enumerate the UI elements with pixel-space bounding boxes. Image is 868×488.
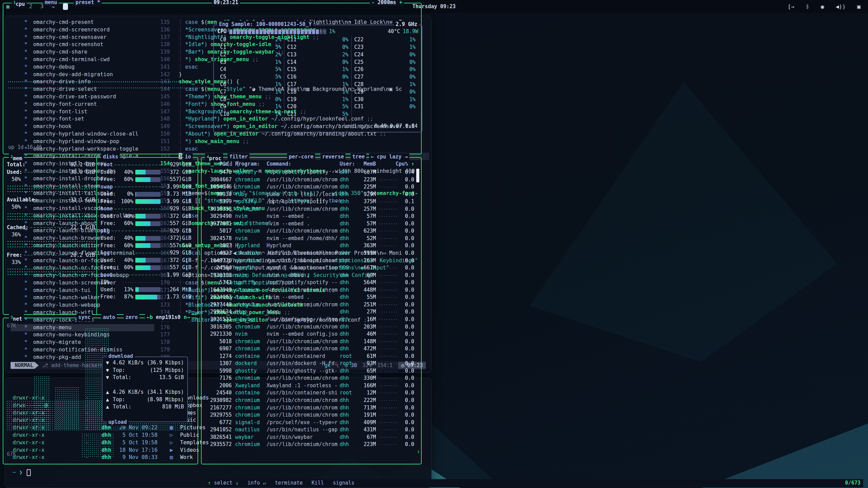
process-row[interactable]: 2924063nvimnvim --embed .dhh55M0.0 xyxy=(204,294,414,301)
proc-cpu: 0.0 xyxy=(400,183,414,191)
process-row[interactable]: 5399spotify/opt/spotify/spotify --dhh375… xyxy=(204,198,414,206)
process-row[interactable]: 2921330nvimnvim --embed config.jsodhh46M… xyxy=(204,331,414,338)
process-row[interactable]: 3004667chromium/usr/lib/chromium/chromdh… xyxy=(204,176,414,184)
proc-user: dhh xyxy=(340,213,357,220)
process-row[interactable]: 1307dockerd/usr/bin/dockerd -H fd:root93… xyxy=(204,360,414,367)
core-name: C16 xyxy=(287,73,301,81)
process-row[interactable]: 1274containe/usr/bin/containerdroot61M0.… xyxy=(204,353,414,360)
process-row[interactable]: 2930982chromium/usr/lib/chromium/chromdh… xyxy=(204,397,414,404)
proc-program: nvim xyxy=(235,294,267,301)
process-row[interactable]: 5343spotify/opt/spotify/spotify --dhh564… xyxy=(204,279,414,287)
net-auto-toggle[interactable]: auto xyxy=(101,314,117,321)
footer-action-kill[interactable]: Kill xyxy=(312,479,324,487)
process-row[interactable]: 3026541waybar/usr/bin/waybardhh67M0.0 xyxy=(204,434,414,441)
process-row[interactable]: 98930rubypuma 7.1.0 (tcp://localdhh929M0… xyxy=(204,191,414,198)
footer-action-info[interactable]: info ↵ xyxy=(247,479,266,487)
process-row[interactable]: 24540containe/usr/bin/containerd-shiroot… xyxy=(204,389,414,397)
process-row[interactable]: 3029490nvimnvim --embed .dhh57M0.0 xyxy=(204,213,414,220)
free-value: 557 GiB xyxy=(170,176,191,183)
volume-icon[interactable]: ◀)) xyxy=(836,3,845,10)
process-row[interactable]: 6907chromium/usr/lib/chromium/chromdhh47… xyxy=(204,345,414,353)
process-row[interactable]: 24564mysqldmysqld --max-connection999667… xyxy=(204,264,414,272)
proc-command: /usr/lib/chromium/chrom xyxy=(267,176,340,184)
sort-column-nav[interactable]: ← cpu lazy → xyxy=(369,153,409,161)
spacer xyxy=(106,381,184,389)
rate-value: 13.5 GiB xyxy=(159,374,184,381)
cpu-box-title[interactable]: 1cpu xyxy=(12,0,27,8)
net-box-title[interactable]: 3net xyxy=(9,314,24,323)
proc-command: /usr/lib/chromium/chrom xyxy=(267,345,340,353)
process-row[interactable]: 3027691nvimnvim --embed .dhh57M0.0 xyxy=(204,220,414,228)
process-row[interactable]: 2917448chromium/usr/lib/chromium/chromdh… xyxy=(204,301,414,309)
proc-pid: 2921330 xyxy=(204,331,232,338)
filter-button[interactable]: filter xyxy=(228,153,249,161)
process-row[interactable]: 1654946chromium/usr/lib/chromium/chromdh… xyxy=(204,183,414,191)
proc-pid: 1274 xyxy=(204,353,232,360)
process-row[interactable]: 2929755chromium/usr/lib/chromium/chromdh… xyxy=(204,412,414,419)
process-row[interactable]: 1930108nvimnvim --embed .dhh69M0.0 xyxy=(204,272,414,279)
disk-name: home xyxy=(100,205,113,213)
dotted-leader xyxy=(379,441,397,448)
proc-mem: 12M xyxy=(357,389,376,397)
disk-meter xyxy=(135,170,161,175)
disk-name-row: boot1.99 GiB xyxy=(100,271,191,279)
per-core-toggle[interactable]: per-core xyxy=(287,153,315,161)
terminal-cursor[interactable] xyxy=(27,469,31,476)
interval-control[interactable]: - 2000ms + xyxy=(370,0,404,6)
process-row[interactable]: 3024578nvimnvim --embed /home/dhh/dhh52M… xyxy=(204,235,414,242)
process-row[interactable]: 6772signal-d/proc/self/exe --type=rdhh40… xyxy=(204,419,414,427)
process-row[interactable]: 2167277chromium/usr/lib/chromium/chromdh… xyxy=(204,404,414,412)
core-usage: 1% xyxy=(270,81,281,88)
process-row[interactable]: 5470spotify/opt/spotify/spotify --dhh607… xyxy=(204,169,414,176)
core-usage: 1% xyxy=(337,81,349,88)
core-row: C151% xyxy=(287,66,348,73)
process-row[interactable]: 2006XwaylandXwayland :1 -rootless -dhh16… xyxy=(204,382,414,390)
process-row[interactable]: 4923chromium/usr/lib/chromium/chromdhh59… xyxy=(204,250,414,257)
process-row[interactable]: 3026531swaybg/usr/bin/swaybg -i /homdhh1… xyxy=(204,316,414,323)
logout-icon[interactable]: [→ xyxy=(788,3,794,10)
core-column: C221%C231%C240%C250%C260%C270%C281%C290%… xyxy=(351,36,418,129)
footer-action-terminate[interactable]: terminate xyxy=(275,479,303,487)
net-sync-toggle[interactable]: sync xyxy=(77,314,92,321)
mem-meter xyxy=(7,240,95,249)
scroll-down-icon[interactable]: ↓ xyxy=(417,448,420,455)
net-iface-nav[interactable]: ←b enp191s0 n→ xyxy=(145,314,191,321)
process-row[interactable]: 1897HyprlandHyprlanddhh363M0.0 xyxy=(204,242,414,250)
cpu-chip-icon[interactable]: ▣ xyxy=(857,3,860,10)
dotted-leader xyxy=(379,279,397,287)
process-row[interactable]: 3016305chromium/usr/lib/chromium/chromdh… xyxy=(204,323,414,331)
core-usage: 0% xyxy=(270,96,281,103)
btop-window: 1cpu menu preset * 09:23:21 - 2000ms + u… xyxy=(0,0,426,467)
proc-pid: 4923 xyxy=(204,250,232,257)
sort-arrow-icon[interactable]: ↑ xyxy=(411,161,414,167)
dotted-leader xyxy=(379,397,397,404)
process-row[interactable]: 2999634btopbtopdhh27M0.0 xyxy=(204,308,414,316)
network-icon[interactable]: ◉ xyxy=(821,3,824,10)
process-row[interactable]: 1649776chromium/usr/lib/chromium/chromdh… xyxy=(204,257,414,265)
process-row[interactable]: 5017chromium/usr/lib/chromium/chromdhh62… xyxy=(204,227,414,235)
process-row[interactable]: 1647940chromium/usr/lib/chromium/chromdh… xyxy=(204,287,414,294)
footer-action-select[interactable]: ↑ select ↓ xyxy=(208,479,239,487)
disk-used-row: Used:0%3.73 MiB xyxy=(100,191,191,198)
preset-button[interactable]: preset * xyxy=(74,0,102,6)
process-row[interactable]: 5998ghostty/usr/bin/ghostty --gtk-dhh65M… xyxy=(204,367,414,375)
proc-program: chromium xyxy=(235,323,267,331)
process-row[interactable]: 2935572chromium/usr/lib/chromium/chromdh… xyxy=(204,441,414,448)
proc-pid: 98930 xyxy=(204,191,232,198)
process-row[interactable]: 3016338chromium/usr/lib/chromium/chromdh… xyxy=(204,206,414,213)
menu-button[interactable]: menu xyxy=(43,0,59,6)
process-row[interactable]: 5018chromium/usr/lib/chromium/chromdhh14… xyxy=(204,338,414,346)
cpu-meter xyxy=(229,29,326,34)
core-usage: 1% xyxy=(270,59,281,66)
tree-toggle[interactable]: tree xyxy=(351,153,366,161)
proc-command: /opt/spotify/spotify -- xyxy=(267,198,340,206)
process-row[interactable]: 2941052nautilus/usr/bin/nautilus --gapdh… xyxy=(204,426,414,434)
bluetooth-icon[interactable]: ᛒ xyxy=(806,3,809,10)
process-row[interactable]: 7176chromium/usr/lib/chromium/chromdhh33… xyxy=(204,375,414,382)
shell-prompt[interactable]: ~❯ xyxy=(13,469,428,476)
footer-action-signals[interactable]: signals xyxy=(333,479,354,487)
proc-scrollbar[interactable] xyxy=(416,169,419,182)
reverse-toggle[interactable]: reverse xyxy=(321,153,345,161)
proc-program: spotify xyxy=(235,279,267,287)
net-zero-toggle[interactable]: zero xyxy=(124,314,139,321)
